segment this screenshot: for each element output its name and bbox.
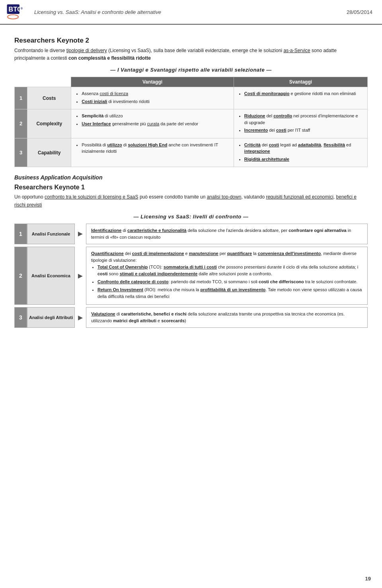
section-researchers-keynote-1: Researchers Keynote 1 Un opportuno confr…: [14, 184, 368, 328]
page-header: BTO ® Licensing vs. SaaS: Analisi e conf…: [0, 0, 382, 25]
arrow-icon-1: ►: [75, 224, 86, 244]
table-row: 3 Capability Possibilità di utilizzo di …: [15, 138, 368, 167]
arrow-icon-2: ►: [75, 247, 86, 305]
row-label-costs: Costs: [27, 87, 71, 109]
row-capability-van: Possibilità di utilizzo di soluzioni Hig…: [71, 138, 234, 167]
section-researchers-keynote-2: Researchers Keynote 2 Confrontando le di…: [14, 37, 368, 167]
page-number: 19: [365, 576, 371, 582]
svg-text:®: ®: [21, 7, 23, 10]
bottom-content-attributi: Valutazione di caratteristiche, benefici…: [86, 307, 368, 328]
bottom-content-economica: Quantificazione dei costi di implementaz…: [86, 247, 368, 305]
row-label-complexity: Complexity: [27, 109, 71, 138]
row-complexity-svan: Riduzione del controllo nei processi d'i…: [234, 109, 367, 138]
row-num-1: 1: [15, 87, 27, 109]
row-num-2: 2: [15, 109, 27, 138]
row-label-capability: Capability: [27, 138, 71, 167]
rk1-title: Researchers Keynote 1: [14, 184, 368, 191]
col-vantaggi: Vantaggi: [71, 77, 234, 87]
baa-title: Business Application Acquisition: [14, 174, 368, 181]
rk1-intro: Un opportuno confronto tra le soluzioni …: [14, 193, 368, 208]
row-capability-svan: Criticità dei costi legati ad adattabili…: [234, 138, 367, 167]
bottom-label-funzionale: Analisi Funzionale: [27, 224, 75, 244]
bottom-grid: 1 Analisi Funzionale ► Identificazione d…: [14, 224, 368, 328]
row-costs-svan: Costi di monitoraggio e gestione ridotti…: [234, 87, 367, 109]
subtitle1: I Vantaggi e Svantaggi rispetto alle var…: [14, 67, 368, 73]
table-row: 2 Complexity Semplicità di utilizzo User…: [15, 109, 368, 138]
bottom-num-3: 3: [14, 307, 27, 328]
svg-text:BTO: BTO: [8, 6, 22, 13]
table-row: 1 Costs Assenza costi di licenza Costi i…: [15, 87, 368, 109]
bottom-row-3: 3 Analisi degli Attributi ► Valutazione …: [14, 307, 368, 328]
row-costs-van: Assenza costi di licenza Costi iniziali …: [71, 87, 234, 109]
bottom-content-funzionale: Identificazione di caratteristiche e fun…: [86, 224, 368, 244]
svg-point-3: [8, 15, 18, 19]
header-title: Licensing vs. SaaS: Analisi e confronto …: [34, 9, 161, 15]
section1-intro: Confrontando le diverse tipologie di del…: [14, 47, 368, 62]
header-date: 28/05/2014: [347, 9, 372, 15]
row-complexity-van: Semplicità di utilizzo User Interface ge…: [71, 109, 234, 138]
bottom-num-2: 2: [14, 247, 27, 305]
bottom-row-1: 1 Analisi Funzionale ► Identificazione d…: [14, 224, 368, 244]
bottom-num-1: 1: [14, 224, 27, 244]
row-num-3: 3: [15, 138, 27, 167]
section1-title: Researchers Keynote 2: [14, 37, 368, 45]
bottom-row-2: 2 Analisi Economica ► Quantificazione de…: [14, 247, 368, 305]
main-content: Researchers Keynote 2 Confrontando le di…: [0, 25, 382, 338]
bottom-label-economica: Analisi Economica: [27, 247, 75, 305]
col-svantaggi: Svantaggi: [234, 77, 367, 87]
vantable: Vantaggi Svantaggi 1 Costs Assenza costi…: [14, 77, 368, 167]
arrow-icon-3: ►: [75, 307, 86, 328]
bto-logo: BTO ®: [6, 3, 30, 21]
header-left: BTO ® Licensing vs. SaaS: Analisi e conf…: [6, 3, 161, 21]
bottom-label-attributi: Analisi degli Attributi: [27, 307, 75, 328]
subtitle2: Licensing vs SaaS: livelli di confronto: [14, 214, 368, 220]
